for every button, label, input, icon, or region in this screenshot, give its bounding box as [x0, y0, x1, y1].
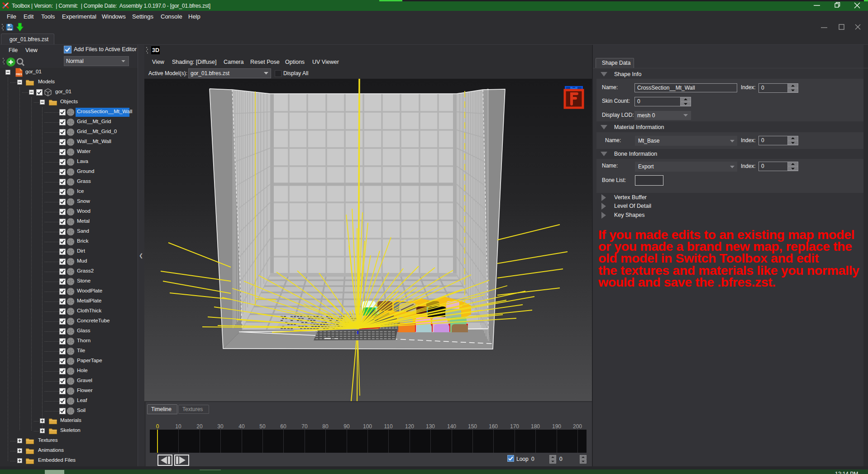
- svg-text:190: 190: [552, 423, 561, 430]
- svg-text:80: 80: [322, 423, 329, 430]
- svg-text:20: 20: [196, 423, 203, 430]
- svg-text:140: 140: [447, 423, 456, 430]
- svg-text:31: 31: [8, 27, 10, 29]
- svg-text:180: 180: [531, 423, 540, 430]
- svg-text:0: 0: [156, 423, 159, 430]
- svg-text:10: 10: [175, 423, 181, 430]
- svg-text:60: 60: [280, 423, 286, 430]
- svg-text:50: 50: [259, 423, 266, 430]
- svg-text:FRES: FRES: [16, 73, 22, 76]
- svg-text:130: 130: [426, 423, 435, 430]
- svg-text:170: 170: [510, 423, 519, 430]
- svg-text:40: 40: [238, 423, 245, 430]
- svg-text:160: 160: [489, 423, 498, 430]
- svg-text:120: 120: [405, 423, 414, 430]
- svg-text:30: 30: [217, 423, 224, 430]
- svg-text:90: 90: [343, 423, 350, 430]
- svg-text:100: 100: [363, 423, 372, 430]
- svg-text:110: 110: [384, 423, 392, 430]
- svg-text:200: 200: [573, 423, 582, 430]
- svg-text:150: 150: [468, 423, 477, 430]
- svg-text:70: 70: [301, 423, 308, 430]
